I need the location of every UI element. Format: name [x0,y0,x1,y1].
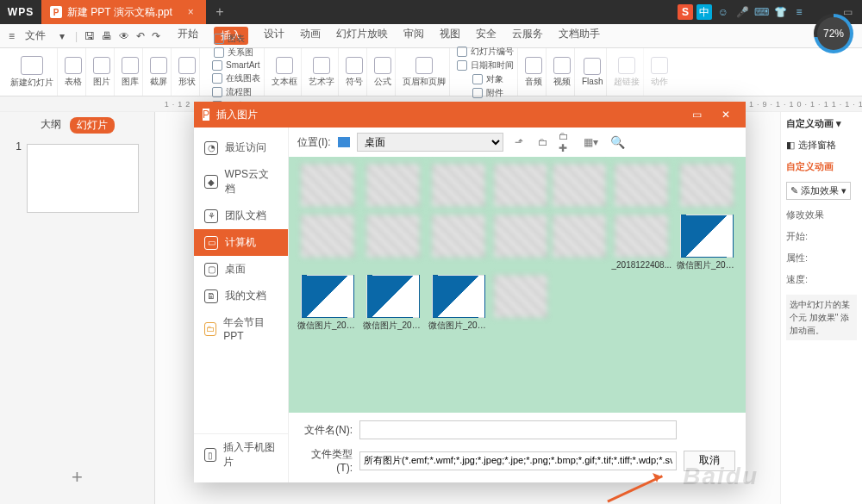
ime-mic-icon[interactable]: 🎤 [734,4,750,20]
tab-design[interactable]: 设计 [264,27,284,45]
file-item[interactable] [428,215,489,270]
ribbon-smartart[interactable]: SmartArt [212,60,259,71]
side-desktop[interactable]: ▢桌面 [194,256,288,283]
ribbon-formula[interactable]: 公式 [371,48,396,96]
ribbon-gallery[interactable]: 图库 [118,48,143,96]
app-menu-icon[interactable]: ≡ [9,30,15,42]
slide-thumbnail[interactable] [27,144,139,213]
filetype-input[interactable] [359,451,677,470]
ribbon-table[interactable]: 表格 [61,48,86,96]
file-item[interactable] [297,164,358,209]
up-folder-icon[interactable]: ⬏ [510,134,528,151]
file-thumb [494,164,547,207]
view-mode-icon[interactable]: ▦▾ [583,134,600,151]
tab-dochelp[interactable]: 文档助手 [559,27,600,45]
slides-tab[interactable]: 幻灯片 [70,117,115,134]
ribbon-new-slide[interactable]: 新建幻灯片 [7,48,58,96]
file-item[interactable] [677,164,737,209]
ribbon-screenshot[interactable]: 截屏 [147,48,172,96]
side-recent[interactable]: ◔最近访问 [194,134,288,161]
tab-slideshow[interactable]: 幻灯片放映 [336,27,388,45]
ime-emoji-icon[interactable]: ☺ [715,4,731,20]
ribbon-picture[interactable]: 图片 [90,48,115,96]
ribbon-flash[interactable]: Flash [578,48,607,96]
add-tab-button[interactable]: + [206,0,234,24]
ribbon-online-chart[interactable]: 在线图表 [212,72,260,84]
outline-tab[interactable]: 大纲 [41,117,61,134]
new-folder-icon[interactable]: 🗀✚ [559,134,576,151]
ribbon-flow[interactable]: 流程图 [212,86,252,98]
side-computer[interactable]: ▭计算机 [194,229,288,256]
animation-pane: 自定义动画 ▾ ◧ 选择窗格 自定义动画 ✎ 添加效果 ▾ 修改效果 开始: 属… [780,112,862,504]
file-item[interactable] [363,164,423,209]
ime-sogou-icon[interactable]: S [678,4,693,20]
search-icon[interactable]: 🔍 [610,135,625,149]
dialog-titlebar[interactable]: P 插入图片 ▭ ✕ [194,102,746,128]
back-icon[interactable]: 🗀 [534,134,552,151]
ribbon-header-footer[interactable]: 页眉和页脚 [399,48,450,96]
file-item[interactable] [494,215,547,270]
filetype-label: 文件类型(T): [299,447,353,474]
location-select[interactable]: 桌面 [357,133,503,152]
file-item[interactable]: 微信图片_20181225100... [677,215,737,270]
ribbon-video[interactable]: 视频 [550,48,575,96]
ribbon-object[interactable]: 对象 [472,73,503,85]
ribbon-attach[interactable]: 附件 [472,87,503,99]
qat-print-icon[interactable]: 🖶 [102,30,112,42]
ime-tool-icon[interactable]: 👕 [772,4,788,20]
file-item[interactable] [297,215,358,270]
file-item[interactable] [363,215,423,270]
file-grid[interactable]: _2018122408...微信图片_20181225100...微信图片_20… [289,157,746,413]
file-item[interactable] [494,275,547,330]
cancel-button[interactable]: 取消 [684,451,735,471]
side-folder-ppt[interactable]: 🗀年会节目PPT [194,309,288,348]
ribbon-relation[interactable]: 关系图 [214,47,253,59]
tab-home[interactable]: 开始 [178,27,198,45]
file-item[interactable]: 微信图片_201812251003... [428,275,489,330]
ribbon-slide-number[interactable]: 幻灯片编号 [457,46,514,58]
side-documents[interactable]: 🗎我的文档 [194,283,288,309]
dialog-close-icon[interactable]: ✕ [715,109,737,121]
qat-undo-icon[interactable]: ↶ [136,30,145,42]
file-item[interactable] [611,164,671,209]
ribbon-wordart[interactable]: 艺术字 [305,48,339,96]
side-team[interactable]: ⚘团队文档 [194,202,288,229]
side-cloud[interactable]: ◆WPS云文档 [194,161,288,202]
file-item[interactable]: 微信图片_201812251002... [363,275,423,330]
close-tab-icon[interactable]: × [188,6,194,18]
ribbon-shapes[interactable]: 形状 [175,48,200,96]
add-slide-button[interactable]: + [22,463,134,492]
ribbon-textbox[interactable]: 文本框 [268,48,302,96]
filename-input[interactable] [359,420,677,439]
file-item[interactable] [553,215,606,270]
add-effect-button[interactable]: ✎ 添加效果 ▾ [786,182,851,200]
file-menu[interactable]: 文件 [22,27,49,45]
document-tab[interactable]: P 新建 PPT 演示文稿.ppt × [41,0,206,24]
ribbon-audio[interactable]: 音频 [522,48,547,96]
ribbon-datetime[interactable]: 日期和时间 [457,59,514,72]
ribbon-chart[interactable]: 图表 [214,33,245,45]
side-mobile[interactable]: ▯插入手机图片 [194,433,288,476]
qat-redo-icon[interactable]: ↷ [152,30,160,42]
dropdown-icon[interactable]: ▾ [56,28,68,44]
tab-review[interactable]: 审阅 [403,27,424,45]
tab-view[interactable]: 视图 [440,27,460,45]
file-item[interactable]: _2018122408... [611,215,671,270]
ime-settings-icon[interactable]: ≡ [791,4,807,20]
dialog-max-icon[interactable]: ▭ [685,109,708,121]
file-thumb [432,215,485,258]
select-pane-link[interactable]: ◧ 选择窗格 [786,139,857,152]
ime-lang-icon[interactable]: 中 [696,4,712,20]
start-label: 开始: [786,230,857,243]
qat-preview-icon[interactable]: 👁 [119,30,129,42]
file-item[interactable]: 微信图片_201812251001... [297,275,358,330]
ribbon-symbol[interactable]: 符号 [342,48,367,96]
file-item[interactable] [553,164,606,209]
file-item[interactable] [494,164,547,209]
ime-keyboard-icon[interactable]: ⌨ [753,4,769,20]
tab-cloud[interactable]: 云服务 [512,27,543,45]
file-item[interactable] [428,164,489,209]
qat-save-icon[interactable]: 🖫 [84,30,95,42]
tab-security[interactable]: 安全 [476,27,497,45]
tab-animation[interactable]: 动画 [300,27,321,45]
